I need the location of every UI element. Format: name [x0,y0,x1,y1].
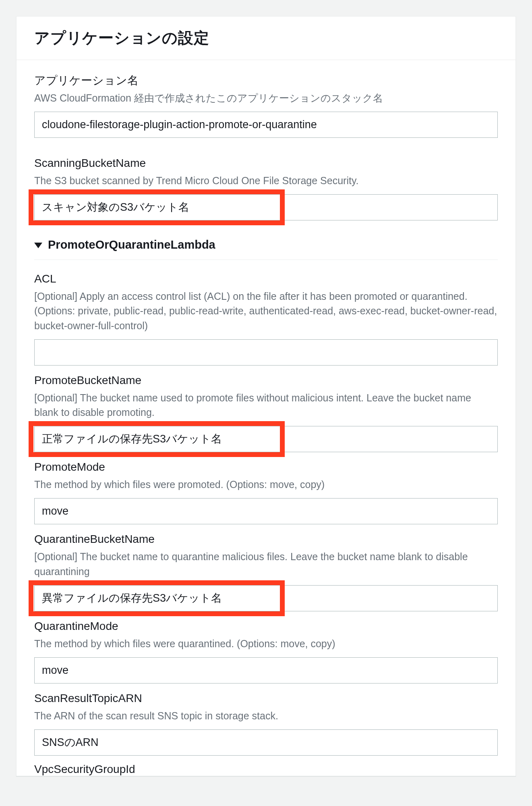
label-scanning-bucket: ScanningBucketName [34,156,498,171]
field-quarantine-bucket: QuarantineBucketName [Optional] The buck… [34,532,498,611]
chevron-down-icon [34,243,42,248]
input-application-name[interactable] [34,112,498,138]
field-promote-mode: PromoteMode The method by which files we… [34,459,498,524]
label-application-name: アプリケーション名 [34,73,498,88]
field-application-name: アプリケーション名 AWS CloudFormation 経由で作成されたこのア… [34,73,498,138]
input-scan-result-topic-arn[interactable] [34,729,498,756]
label-vpc-security-group: VpcSecurityGroupId [17,763,515,776]
input-acl[interactable] [34,339,498,366]
label-promote-bucket: PromoteBucketName [34,373,498,388]
label-quarantine-bucket: QuarantineBucketName [34,532,498,547]
label-quarantine-mode: QuarantineMode [34,619,498,634]
field-scanning-bucket: ScanningBucketName The S3 bucket scanned… [34,156,498,220]
desc-acl: [Optional] Apply an access control list … [34,289,498,333]
desc-promote-bucket: [Optional] The bucket name used to promo… [34,391,498,420]
field-scan-result-topic-arn: ScanResultTopicARN The ARN of the scan r… [34,691,498,756]
input-quarantine-mode[interactable] [34,657,498,683]
label-scan-result-topic-arn: ScanResultTopicARN [34,691,498,706]
group-title: PromoteOrQuarantineLambda [48,238,215,251]
desc-scan-result-topic-arn: The ARN of the scan result SNS topic in … [34,708,498,723]
input-promote-bucket[interactable] [34,426,498,452]
field-promote-bucket: PromoteBucketName [Optional] The bucket … [34,373,498,452]
desc-quarantine-mode: The method by which files were quarantin… [34,636,498,651]
input-scanning-bucket[interactable] [34,194,498,220]
desc-quarantine-bucket: [Optional] The bucket name to quarantine… [34,549,498,579]
label-acl: ACL [34,271,498,287]
desc-promote-mode: The method by which files were promoted.… [34,477,498,492]
settings-header: アプリケーションの設定 [17,17,515,60]
input-quarantine-bucket[interactable] [34,585,498,611]
desc-scanning-bucket: The S3 bucket scanned by Trend Micro Clo… [34,173,498,188]
label-promote-mode: PromoteMode [34,459,498,475]
group-toggle-promote-or-quarantine-lambda[interactable]: PromoteOrQuarantineLambda [34,238,498,260]
desc-application-name: AWS CloudFormation 経由で作成されたこのアプリケーションのスタ… [34,91,498,105]
page-title: アプリケーションの設定 [34,28,498,48]
input-promote-mode[interactable] [34,498,498,524]
field-quarantine-mode: QuarantineMode The method by which files… [34,619,498,683]
field-acl: ACL [Optional] Apply an access control l… [34,271,498,366]
